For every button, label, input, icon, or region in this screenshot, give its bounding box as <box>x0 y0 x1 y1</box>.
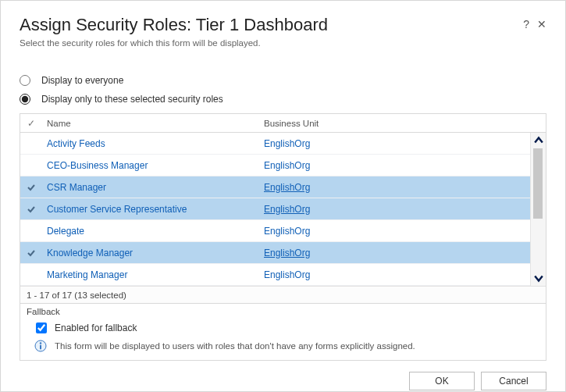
table-row[interactable]: Marketing ManagerEnglishOrg <box>20 264 530 286</box>
table-row[interactable]: CSR ManagerEnglishOrg <box>20 176 530 198</box>
role-name-link[interactable]: Marketing Manager <box>47 269 127 280</box>
option-selected-roles-label: Display only to these selected security … <box>41 94 223 105</box>
table-header: ✓ Name Business Unit <box>20 114 546 133</box>
fallback-section: Fallback Enabled for fallback This form … <box>20 304 546 361</box>
fallback-title: Fallback <box>27 307 539 316</box>
row-check-icon[interactable] <box>20 248 42 258</box>
svg-rect-2 <box>40 345 41 350</box>
table-row[interactable]: Knowledge ManagerEnglishOrg <box>20 242 530 264</box>
dialog-subtitle: Select the security roles for which this… <box>20 38 546 48</box>
fallback-checkbox-label: Enabled for fallback <box>55 323 137 333</box>
table-body: Activity FeedsEnglishOrgCEO-Business Man… <box>20 133 530 286</box>
option-everyone-label: Display to everyone <box>41 75 123 86</box>
role-name-link[interactable]: CEO-Business Manager <box>47 160 148 171</box>
business-unit-link[interactable]: EnglishOrg <box>264 204 310 215</box>
header-check-icon[interactable]: ✓ <box>20 118 42 129</box>
radio-everyone[interactable] <box>20 75 30 86</box>
role-name-link[interactable]: Delegate <box>47 226 84 237</box>
assign-security-roles-dialog: Assign Security Roles: Tier 1 Dashboard … <box>0 0 566 392</box>
role-name-link[interactable]: CSR Manager <box>47 182 106 193</box>
scroll-down-icon[interactable] <box>531 270 546 286</box>
header-business-unit[interactable]: Business Unit <box>259 119 530 128</box>
help-icon[interactable]: ? <box>523 18 529 30</box>
option-selected-roles[interactable]: Display only to these selected security … <box>20 90 546 109</box>
role-name-link[interactable]: Customer Service Representative <box>47 204 187 215</box>
roles-table: ✓ Name Business Unit Activity FeedsEngli… <box>20 113 546 304</box>
scroll-track[interactable] <box>531 148 546 270</box>
svg-point-1 <box>40 342 41 344</box>
display-options: Display to everyone Display only to thes… <box>20 71 546 109</box>
business-unit-link[interactable]: EnglishOrg <box>264 226 310 237</box>
scrollbar[interactable] <box>530 133 546 286</box>
role-name-link[interactable]: Activity Feeds <box>47 138 105 149</box>
business-unit-link[interactable]: EnglishOrg <box>264 248 310 258</box>
table-row[interactable]: Customer Service RepresentativeEnglishOr… <box>20 198 530 220</box>
close-icon[interactable]: ✕ <box>537 18 546 30</box>
ok-button[interactable]: OK <box>409 372 475 390</box>
scroll-thumb[interactable] <box>533 148 543 219</box>
pager-text: 1 - 17 of 17 (13 selected) <box>20 286 546 303</box>
dialog-footer: OK Cancel <box>20 361 546 390</box>
business-unit-link[interactable]: EnglishOrg <box>264 269 310 280</box>
business-unit-link[interactable]: EnglishOrg <box>264 138 310 149</box>
role-name-link[interactable]: Knowledge Manager <box>47 248 133 258</box>
header-name[interactable]: Name <box>42 119 259 128</box>
info-icon <box>34 340 47 352</box>
dialog-title: Assign Security Roles: Tier 1 Dashboard <box>20 15 523 35</box>
fallback-checkbox-row[interactable]: Enabled for fallback <box>36 319 539 337</box>
table-row[interactable]: CEO-Business ManagerEnglishOrg <box>20 155 530 176</box>
option-everyone[interactable]: Display to everyone <box>20 71 546 90</box>
table-row[interactable]: DelegateEnglishOrg <box>20 220 530 242</box>
cancel-button[interactable]: Cancel <box>481 372 546 390</box>
row-check-icon[interactable] <box>20 205 42 214</box>
fallback-checkbox[interactable] <box>36 323 47 333</box>
business-unit-link[interactable]: EnglishOrg <box>264 160 310 171</box>
radio-selected-roles[interactable] <box>20 94 30 105</box>
titlebar: Assign Security Roles: Tier 1 Dashboard … <box>20 15 546 35</box>
table-row[interactable]: Activity FeedsEnglishOrg <box>20 133 530 155</box>
scroll-up-icon[interactable] <box>531 133 546 148</box>
fallback-info-text: This form will be displayed to users wit… <box>55 341 415 351</box>
business-unit-link[interactable]: EnglishOrg <box>264 182 310 193</box>
row-check-icon[interactable] <box>20 183 42 192</box>
